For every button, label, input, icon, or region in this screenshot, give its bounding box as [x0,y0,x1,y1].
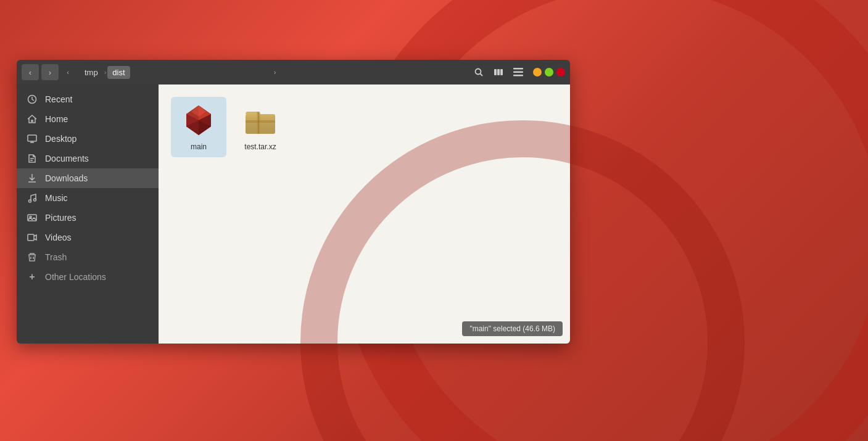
breadcrumb: tmp › dist [80,66,263,79]
sidebar-item-trash[interactable]: Trash [17,247,159,267]
sidebar-item-home[interactable]: Home [17,109,159,129]
file-grid: main [171,97,558,157]
search-icon [474,67,484,77]
minimize-button[interactable] [533,68,542,76]
sidebar-item-pictures[interactable]: Pictures [17,208,159,228]
scroll-left-button[interactable]: ‹ [61,64,75,80]
sidebar-label-desktop: Desktop [45,134,76,144]
list-icon [513,68,523,76]
sidebar-label-trash: Trash [45,252,67,262]
sidebar-item-other-locations[interactable]: + Other Locations [17,267,159,287]
status-text: "main" selected (46.6 MB) [469,324,555,333]
file-item-main[interactable]: main [171,97,226,157]
view-columns-button[interactable] [490,64,507,81]
music-icon [27,192,38,204]
sidebar-label-documents: Documents [45,154,89,163]
content-area: Recent Home [17,84,570,344]
sidebar-label-home: Home [45,114,68,124]
svg-rect-6 [513,72,523,73]
sidebar-item-desktop[interactable]: Desktop [17,129,159,149]
status-bar: "main" selected (46.6 MB) [462,321,563,336]
svg-rect-5 [513,68,523,70]
view-list-button[interactable] [510,64,527,81]
scroll-right-button[interactable]: › [268,64,282,80]
svg-rect-2 [494,69,497,75]
desktop-icon [27,133,38,144]
back-button[interactable]: ‹ [22,64,39,80]
sidebar-label-music: Music [45,193,68,203]
file-icon-main [180,102,217,139]
file-area[interactable]: main [159,84,570,344]
columns-icon [494,67,503,77]
videos-icon [27,232,38,243]
sidebar-label-downloads: Downloads [45,173,88,183]
svg-point-0 [476,69,481,75]
home-icon [27,113,38,125]
sidebar-item-downloads[interactable]: Downloads [17,168,159,188]
file-name-archive: test.tar.xz [244,142,276,152]
breadcrumb-tmp[interactable]: tmp [80,66,103,79]
breadcrumb-separator: › [104,68,107,76]
close-button[interactable] [556,68,565,76]
titlebar: ‹ › ‹ tmp › dist › [17,60,570,84]
file-manager: ‹ › ‹ tmp › dist › [17,60,570,344]
forward-button[interactable]: › [41,64,59,80]
sidebar-item-music[interactable]: Music [17,188,159,208]
svg-point-17 [34,199,36,201]
svg-rect-4 [500,69,503,75]
file-item-archive[interactable]: test.tar.xz [233,97,288,157]
recent-icon [27,94,38,105]
sidebar-item-videos[interactable]: Videos [17,228,159,247]
trash-icon [27,252,38,263]
svg-rect-20 [28,234,34,241]
svg-rect-3 [497,69,500,75]
file-icon-archive [242,102,279,139]
documents-icon [27,153,38,164]
sidebar-label-recent: Recent [45,94,72,104]
sidebar: Recent Home [17,84,159,344]
pictures-icon [27,212,38,223]
svg-rect-7 [513,75,523,76]
breadcrumb-dist[interactable]: dist [107,66,130,79]
svg-point-16 [29,200,31,202]
window-controls [533,68,565,76]
svg-line-1 [481,74,483,76]
sidebar-label-videos: Videos [45,233,72,242]
sidebar-label-pictures: Pictures [45,213,76,223]
downloads-icon [27,173,38,184]
svg-rect-35 [246,120,275,123]
other-locations-icon: + [27,271,38,282]
file-name-main: main [191,142,207,152]
search-button[interactable] [470,64,487,81]
sidebar-item-recent[interactable]: Recent [17,89,159,109]
maximize-button[interactable] [545,68,553,76]
sidebar-item-documents[interactable]: Documents [17,149,159,168]
sidebar-label-other-locations: Other Locations [45,272,106,282]
svg-rect-9 [28,135,36,141]
